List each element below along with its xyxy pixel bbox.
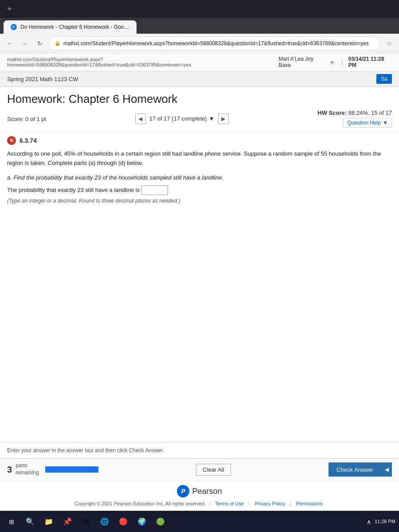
question-section: ✕ 6.3.74 According to one poll, 45% of h… [0, 132, 399, 442]
tab-title: Do Homework - Chapter 6 Homework - Googl… [20, 24, 129, 30]
tab-favicon: P [11, 24, 17, 30]
taskbar-icon-2[interactable]: 📌 [59, 514, 75, 530]
check-answer-button[interactable]: Check Answer [329, 462, 381, 477]
active-tab[interactable]: P Do Homework - Chapter 6 Homework - Goo… [4, 20, 137, 34]
hw-score-value: 88.24%, 15 of 17 [348, 110, 392, 116]
save-button[interactable]: Sa [376, 74, 392, 84]
start-icon: ⊞ [9, 518, 14, 525]
copyright-text: Copyright © 2021 Pearson Education Inc. … [74, 501, 206, 506]
homework-title: Homework: Chapter 6 Homework [7, 92, 392, 106]
user-name: Mari A'Lea Joy Baxa [279, 56, 325, 68]
score-section: Score: 0 of 1 pt [7, 115, 46, 123]
time-display: 11:28 PM [375, 518, 395, 525]
lock-icon: 🔒 [55, 40, 61, 46]
question-help-button[interactable]: Question Help ▼ [343, 118, 392, 128]
back-button[interactable]: ← [4, 37, 16, 50]
taskbar-icon-6[interactable]: 🌍 [134, 514, 150, 530]
taskbar-icon-5[interactable]: 🔴 [115, 514, 131, 530]
blue-progress-bar [45, 466, 98, 473]
browser-frame: + P Do Homework - Chapter 6 Homework - G… [0, 0, 399, 532]
prev-question-button[interactable]: ◀ [135, 113, 146, 124]
permissions-link[interactable]: Permissions [296, 501, 323, 506]
next-question-button[interactable]: ▶ [218, 113, 229, 124]
question-text: According to one poll, 45% of households… [7, 149, 392, 168]
course-header: Spring 2021 Math 1123 CW Sa [0, 71, 399, 87]
question-id: 6.3.74 [20, 137, 37, 144]
wrong-icon: ✕ [7, 136, 16, 145]
taskbar-icon-7-glyph: 🟢 [156, 517, 165, 526]
separator2: | [342, 59, 343, 65]
browser-top-bar: + [0, 0, 399, 18]
pearson-logo: P Pearson [177, 485, 222, 497]
taskbar-icon-3[interactable]: ✉ [78, 514, 94, 530]
bottom-instruction-text: Enter your answer in the answer box and … [7, 447, 164, 454]
user-info: Mari A'Lea Joy Baxa ▶ | 03/14/21 11:28 P… [279, 56, 392, 68]
taskbar-icon-4-glyph: 🌐 [100, 517, 109, 526]
answer-line: The probability that exactly 23 still ha… [7, 185, 392, 195]
bottom-instruction: Enter your answer in the answer box and … [0, 442, 399, 458]
address-bar-row: ← → ↻ 🔒 mathxl.com/Student/PlayerHomewor… [0, 34, 399, 53]
course-title: Spring 2021 Math 1123 CW [7, 76, 78, 82]
taskbar-icon-4[interactable]: 🌐 [97, 514, 113, 530]
parts-label-bottom: remaining [16, 469, 39, 477]
type-hint: (Type an integer or a decimal. Round to … [7, 198, 392, 204]
progress-text: 17 of 17 (17 complete) [149, 115, 207, 122]
question-help-label: Question Help [347, 120, 381, 126]
parts-label-top: parts [16, 462, 39, 469]
url-text: mathxl.com/Student/PlayerHomework.aspx?h… [63, 40, 369, 47]
taskbar-icon-7[interactable]: 🟢 [153, 514, 168, 530]
homework-title-area: Homework: Chapter 6 Homework Score: 0 of… [0, 87, 399, 132]
start-button[interactable]: ⊞ [4, 514, 20, 530]
content-area: mathxl.com/Student/PlayerHomework.aspx?h… [0, 53, 399, 511]
sub-question: a. Find the probability that exactly 23 … [7, 174, 392, 181]
pearson-links: Copyright © 2021 Pearson Education Inc. … [74, 501, 325, 506]
hw-score-label: HW Score: [317, 110, 347, 116]
forward-button[interactable]: → [19, 37, 31, 50]
pearson-p-icon: P [177, 485, 189, 497]
separator: ▶ [331, 59, 335, 65]
reload-button[interactable]: ↻ [34, 37, 46, 50]
taskbar-right-section: ∧ 11:28 PM [367, 518, 395, 525]
mathxl-url: mathxl.com/Student/PlayerHomework.aspx?h… [7, 57, 279, 67]
check-answer-group: Check Answer ◀ [329, 462, 392, 477]
taskbar-icon-3-glyph: ✉ [83, 517, 89, 526]
answer-prefix: The probability that exactly 23 still ha… [7, 187, 140, 193]
tab-bar: P Do Homework - Chapter 6 Homework - Goo… [0, 18, 399, 34]
taskbar-icon-1[interactable]: 📁 [41, 514, 57, 530]
parts-number: 3 [7, 465, 12, 475]
terms-of-use-link[interactable]: Terms of Use [215, 501, 244, 506]
search-taskbar-icon: 🔍 [26, 517, 35, 526]
footer-bar: 3 parts remaining Clear All Check Answer… [0, 458, 399, 480]
pearson-footer: P Pearson Copyright © 2021 Pearson Educa… [0, 480, 399, 511]
score-and-help: HW Score: 88.24%, 15 of 17 Question Help… [317, 110, 392, 128]
mathxl-header: mathxl.com/Student/PlayerHomework.aspx?h… [0, 53, 399, 71]
search-taskbar-button[interactable]: 🔍 [22, 514, 38, 530]
taskbar-icon-1-glyph: 📁 [44, 517, 53, 526]
bookmark-button[interactable]: ☆ [383, 37, 395, 50]
taskbar-icon-2-glyph: 📌 [63, 517, 72, 526]
question-progress: 17 of 17 (17 complete) ▼ [149, 115, 215, 122]
new-tab-button[interactable]: + [4, 3, 16, 16]
question-nav-row: Score: 0 of 1 pt ◀ 17 of 17 (17 complete… [7, 110, 392, 128]
question-id-row: ✕ 6.3.74 [7, 136, 392, 145]
clear-all-button[interactable]: Clear All [196, 464, 231, 476]
date-display: 03/14/21 11:28 PM [348, 56, 392, 68]
answer-input[interactable] [141, 185, 168, 195]
score-label: Score: 0 of 1 pt [7, 116, 46, 122]
taskbar: ⊞ 🔍 📁 📌 ✉ 🌐 🔴 🌍 🟢 ∧ 11:28 PM [0, 511, 399, 532]
parts-text: parts remaining [16, 462, 39, 476]
address-bar[interactable]: 🔒 mathxl.com/Student/PlayerHomework.aspx… [49, 36, 380, 51]
progress-dropdown[interactable]: ▼ [209, 115, 215, 122]
parts-remaining: 3 parts remaining [7, 462, 98, 476]
pearson-brand-name: Pearson [192, 487, 222, 496]
taskbar-icon-5-glyph: 🔴 [119, 517, 128, 526]
chevron-up-icon[interactable]: ∧ [367, 518, 371, 525]
nav-controls: ◀ 17 of 17 (17 complete) ▼ ▶ [135, 113, 229, 124]
hw-score: HW Score: 88.24%, 15 of 17 [317, 110, 392, 116]
help-chevron-icon: ▼ [383, 120, 388, 126]
footer-next-arrow[interactable]: ◀ [381, 462, 392, 477]
privacy-policy-link[interactable]: Privacy Policy [255, 501, 285, 506]
taskbar-icon-6-glyph: 🌍 [137, 517, 146, 526]
